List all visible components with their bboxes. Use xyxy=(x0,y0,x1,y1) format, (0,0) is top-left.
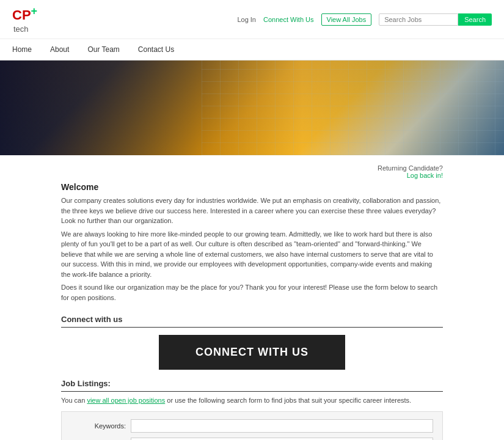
desc-after: or use the following search form to find… xyxy=(165,397,411,404)
job-listings: Job Listings: You can view all open job … xyxy=(61,379,443,440)
nav-home[interactable]: Home xyxy=(12,39,32,60)
welcome-p3: Does it sound like our organization may … xyxy=(61,282,443,302)
welcome-section: Welcome Our company creates solutions ev… xyxy=(61,182,443,302)
job-search-form: Keywords: Category: (All) Position Type:… xyxy=(61,411,443,440)
hero-grid xyxy=(202,61,504,155)
logo-p: P xyxy=(22,7,31,23)
connect-link[interactable]: Connect With Us xyxy=(263,16,314,23)
search-bar: Search xyxy=(379,13,492,26)
logo: CP+ tech xyxy=(12,5,37,34)
hero-banner xyxy=(0,61,504,155)
search-input[interactable] xyxy=(379,13,458,26)
top-nav: Log In Connect With Us View All Jobs Sea… xyxy=(237,13,492,26)
desc-before: You can xyxy=(61,397,87,404)
view-all-button[interactable]: View All Jobs xyxy=(321,13,372,26)
keywords-row: Keywords: xyxy=(71,419,433,433)
category-row: Category: (All) xyxy=(71,438,433,440)
keywords-input[interactable] xyxy=(131,419,433,433)
view-all-positions-link[interactable]: view all open job positions xyxy=(87,397,165,404)
job-listings-heading: Job Listings: xyxy=(61,379,443,392)
main-content: Returning Candidate? Log back in! Welcom… xyxy=(0,155,504,440)
category-select[interactable]: (All) xyxy=(131,438,433,440)
login-link[interactable]: Log In xyxy=(237,16,256,23)
welcome-p1: Our company creates solutions every day … xyxy=(61,196,443,226)
connect-btn-container: CONNECT WITH US xyxy=(61,335,443,370)
connect-big-button[interactable]: CONNECT WITH US xyxy=(159,335,345,370)
log-back-in-link[interactable]: Log back in! xyxy=(407,172,443,179)
welcome-heading: Welcome xyxy=(61,182,443,192)
logo-plus: + xyxy=(31,5,38,17)
welcome-p2: We are always looking to hire more like-… xyxy=(61,229,443,280)
nav-our-team[interactable]: Our Team xyxy=(87,39,119,60)
connect-section: Connect with us CONNECT WITH US xyxy=(61,315,443,370)
top-bar: CP+ tech Log In Connect With Us View All… xyxy=(0,0,504,39)
job-listings-desc: You can view all open job positions or u… xyxy=(61,397,443,404)
search-button[interactable]: Search xyxy=(458,13,492,26)
logo-c: C xyxy=(12,7,22,23)
keywords-label: Keywords: xyxy=(71,422,126,430)
logo-tech: tech xyxy=(13,24,37,34)
returning-candidate: Returning Candidate? Log back in! xyxy=(61,164,443,179)
main-nav: Home About Our Team Contact Us xyxy=(0,39,504,61)
nav-contact-us[interactable]: Contact Us xyxy=(138,39,174,60)
connect-heading: Connect with us xyxy=(61,315,443,328)
nav-about[interactable]: About xyxy=(50,39,69,60)
returning-text: Returning Candidate? xyxy=(378,164,443,172)
